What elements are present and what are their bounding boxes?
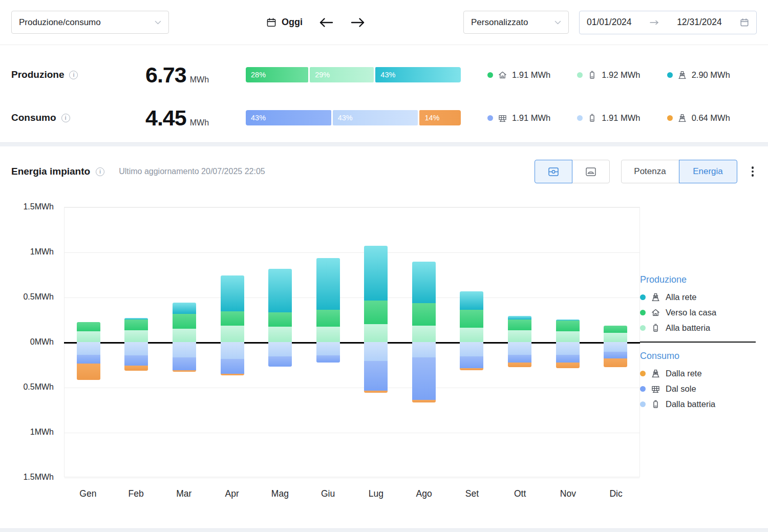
battery-icon <box>587 70 597 80</box>
today-label: Oggi <box>282 17 303 28</box>
pylon-icon <box>651 292 660 302</box>
legend-divider <box>640 342 756 343</box>
battery-icon <box>651 399 660 409</box>
chart-title: Energia impianto i <box>11 166 104 177</box>
section-divider <box>0 142 768 146</box>
pylon-icon <box>677 113 687 123</box>
production-label-text: Produzione <box>11 69 64 80</box>
consumption-unit: MWh <box>190 118 209 129</box>
date-start: 01/01/2024 <box>587 17 632 28</box>
production-row: Produzione i 6.73 MWh 28%29%43% 1.91 MWh… <box>11 53 757 96</box>
calendar-icon <box>740 18 749 27</box>
prod-legend-alla-batteria: 1.92 MWh <box>577 70 667 80</box>
view-toggle-group <box>535 160 610 183</box>
production-unit: MWh <box>190 75 209 86</box>
legend-dot <box>640 294 646 300</box>
legend-item-verso-la-casa: Verso la casa <box>640 305 756 320</box>
legend-value: 1.91 MWh <box>512 70 550 80</box>
view-select-label: Produzione/consumo <box>19 17 101 28</box>
calendar-icon <box>266 17 276 28</box>
date-range-picker[interactable]: 01/01/2024 12/31/2024 <box>579 11 757 34</box>
consumption-percent-bar: 43%43%14% <box>246 110 461 125</box>
cons-legend-dal-sole: 1.91 MWh <box>487 113 577 123</box>
solar-panel-icon <box>498 113 507 123</box>
consumption-total: 4.45 MWh <box>145 107 246 129</box>
legend-dot <box>577 115 583 121</box>
legend-value: 1.92 MWh <box>602 70 640 80</box>
legend-dot <box>577 72 583 78</box>
production-total: 6.73 MWh <box>145 64 246 86</box>
battery-icon <box>651 323 660 333</box>
legend-label: Alla batteria <box>666 323 710 333</box>
legend-label: Dalla batteria <box>666 399 715 409</box>
pylon-icon <box>677 70 687 80</box>
range-arrow-icon <box>650 20 659 25</box>
cons-legend-dalla-batteria: 1.91 MWh <box>577 113 667 123</box>
today-button[interactable]: Oggi <box>266 17 303 28</box>
date-nav: Oggi <box>266 16 366 29</box>
range-type-select[interactable]: Personalizzato <box>463 11 569 34</box>
pylon-icon <box>651 369 660 378</box>
legend-dot <box>640 310 646 315</box>
info-icon[interactable]: i <box>96 167 104 176</box>
legend-item-dalla-batteria: Dalla batteria <box>640 396 756 412</box>
footer-divider <box>0 528 768 532</box>
solar-panel-icon <box>651 384 660 394</box>
chart-title-text: Energia impianto <box>11 166 90 177</box>
legend-value: 2.90 MWh <box>692 70 730 80</box>
legend-dot <box>667 72 673 78</box>
production-value: 6.73 <box>145 64 186 86</box>
summary-section: Produzione i 6.73 MWh 28%29%43% 1.91 MWh… <box>0 45 768 142</box>
next-period-button[interactable] <box>350 16 366 29</box>
production-legend: 1.91 MWh 1.92 MWh 2.90 MWh <box>463 70 757 80</box>
chart-section: Energia impianto i Ultimo aggiornamento … <box>0 146 768 518</box>
last-update-text: Ultimo aggiornamento 20/07/2025 22:05 <box>119 167 265 176</box>
legend-dot <box>640 401 646 407</box>
legend-label: Verso la casa <box>666 308 716 317</box>
chart-area: 1.5MWh1MWh0.5MWh0MWh0.5MWh1MWh1.5MWh Gen… <box>0 207 768 518</box>
prev-period-button[interactable] <box>318 16 334 29</box>
flow-view-toggle[interactable] <box>535 160 572 183</box>
info-icon[interactable]: i <box>69 71 78 79</box>
arrow-right-icon <box>351 17 365 28</box>
date-end: 12/31/2024 <box>677 17 722 28</box>
legend-label: Dalla rete <box>666 369 702 378</box>
legend-consumption-title: Consumo <box>640 351 756 361</box>
flow-view-icon <box>548 167 559 177</box>
potenza-button[interactable]: Potenza <box>621 160 679 183</box>
legend-label: Alla rete <box>666 292 697 302</box>
legend-item-alla-rete: Alla rete <box>640 289 756 305</box>
consumption-row: Consumo i 4.45 MWh 43%43%14% 1.91 MWh 1.… <box>11 96 757 139</box>
legend-value: 1.91 MWh <box>602 113 640 123</box>
prod-legend-verso-casa: 1.91 MWh <box>487 70 577 80</box>
more-menu-button[interactable] <box>749 163 757 180</box>
chart-controls: Potenza Energia <box>535 160 757 183</box>
consumption-legend: 1.91 MWh 1.91 MWh 0.64 MWh <box>463 113 757 123</box>
consumption-label: Consumo i <box>11 112 145 123</box>
energia-button[interactable]: Energia <box>679 160 737 183</box>
chart-header: Energia impianto i Ultimo aggiornamento … <box>0 146 768 183</box>
house-icon <box>651 308 660 317</box>
legend-production-title: Produzione <box>640 274 756 285</box>
legend-dot <box>487 115 493 121</box>
legend-item-alla-batteria: Alla batteria <box>640 320 756 335</box>
y-axis-labels: 1.5MWh1MWh0.5MWh0MWh0.5MWh1MWh1.5MWh <box>11 207 64 477</box>
chevron-down-icon <box>155 20 161 25</box>
view-select[interactable]: Produzione/consumo <box>11 11 169 34</box>
prod-legend-alla-rete: 2.90 MWh <box>667 70 757 80</box>
device-view-toggle[interactable] <box>572 160 610 183</box>
legend-dot <box>667 115 673 121</box>
legend-item-dal-sole: Dal sole <box>640 381 756 396</box>
legend-label: Dal sole <box>666 384 696 394</box>
arrow-left-icon <box>319 17 333 28</box>
topbar: Produzione/consumo Oggi Personalizzato 0… <box>0 0 768 45</box>
battery-icon <box>587 113 597 123</box>
x-axis-labels: GenFebMarAprMagGiuLugAgoSetOttNovDic <box>64 488 640 499</box>
consumption-value: 4.45 <box>145 107 186 129</box>
legend-dot <box>640 371 646 376</box>
range-controls: Personalizzato 01/01/2024 12/31/2024 <box>463 11 757 34</box>
chevron-down-icon <box>554 20 561 25</box>
legend-value: 1.91 MWh <box>512 113 550 123</box>
house-icon <box>498 70 507 80</box>
info-icon[interactable]: i <box>61 114 70 122</box>
